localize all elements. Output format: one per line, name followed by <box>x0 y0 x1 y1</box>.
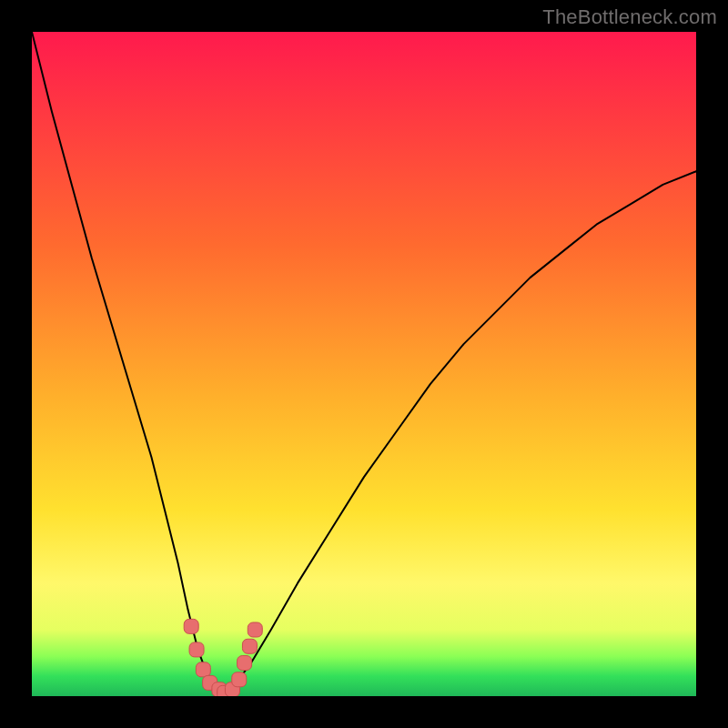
dip-marker <box>242 639 257 653</box>
bottleneck-chart <box>32 32 696 696</box>
gradient-background <box>32 32 696 696</box>
dip-marker <box>189 642 204 657</box>
dip-marker <box>184 619 198 633</box>
chart-frame: TheBottleneck.com <box>0 0 728 728</box>
watermark-text: TheBottleneck.com <box>542 5 717 29</box>
dip-marker <box>248 622 262 637</box>
dip-marker <box>238 656 252 671</box>
plot-area <box>32 32 696 696</box>
dip-marker <box>196 662 210 677</box>
dip-marker <box>232 672 247 687</box>
